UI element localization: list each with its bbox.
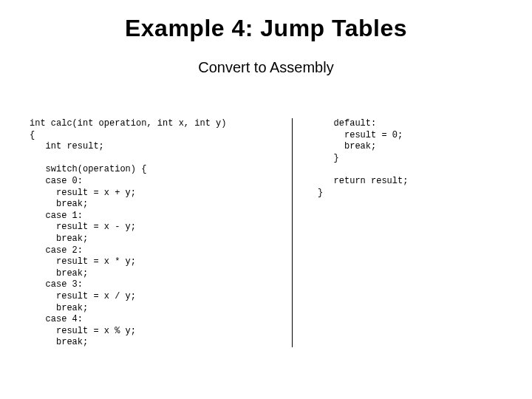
code-block-left: int calc(int operation, int x, int y) { … [30,118,281,349]
slide: Example 4: Jump Tables Convert to Assemb… [0,0,532,399]
slide-subtitle: Convert to Assembly [0,59,532,76]
code-block-right: default: result = 0; break; } return res… [318,118,495,199]
column-divider [292,118,293,347]
slide-title: Example 4: Jump Tables [0,15,532,42]
